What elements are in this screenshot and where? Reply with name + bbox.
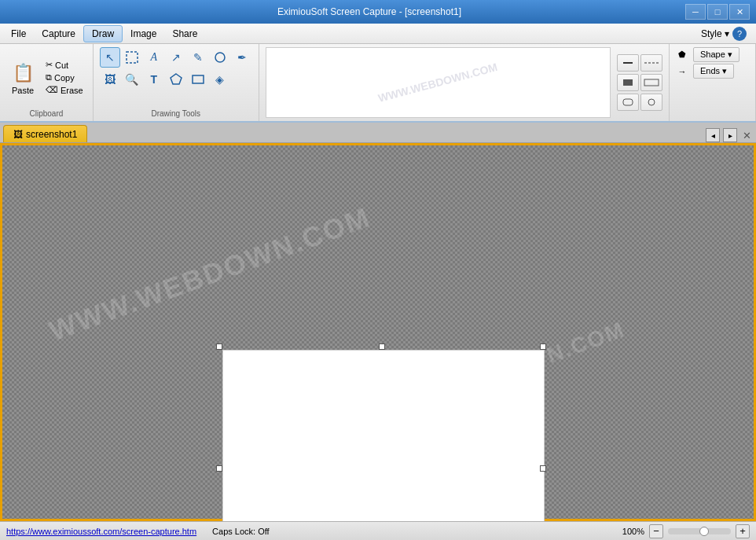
paste-button[interactable]: 📋 Paste — [6, 47, 39, 108]
zoom-percent: 100% — [622, 527, 644, 536]
watermark-1: WWW.WEBDOWN.COM — [45, 200, 375, 347]
circle-style-btn[interactable] — [640, 94, 662, 111]
canvas-selection-rect[interactable] — [222, 350, 545, 521]
shape-button[interactable]: Shape ▾ — [693, 47, 739, 62]
tab-controls: ◂ ▸ ✕ — [706, 128, 753, 142]
shape-row: ⬟ Shape ▾ — [674, 47, 750, 62]
menu-share[interactable]: Share — [164, 26, 205, 42]
tools-row-1: ↖ A ↗ ✎ ✒ — [100, 47, 252, 68]
right-panel: ⬟ Shape ▾ → Ends ▾ — [670, 44, 756, 121]
svg-rect-6 — [623, 79, 633, 86]
svg-point-9 — [648, 99, 655, 105]
rect-tool[interactable] — [188, 69, 208, 90]
handle-tl[interactable] — [216, 343, 222, 350]
zoom-in-button[interactable]: + — [736, 524, 750, 538]
cut-button[interactable]: ✂ Cut — [42, 59, 86, 71]
menu-draw[interactable]: Draw — [83, 25, 123, 42]
tab-close-button[interactable]: ✕ — [740, 129, 753, 141]
caps-lock-status: Caps Lock: Off — [212, 527, 270, 536]
line-style-btn2[interactable] — [640, 54, 662, 72]
menu-bar: File Capture Draw Image Share Style ▾ ? — [0, 24, 756, 44]
right-panel-label — [674, 108, 750, 118]
canvas-area[interactable]: WWW.WEBDOWN.COM WWW.WEBDOWN.COM — [0, 143, 756, 521]
copy-button[interactable]: ⧉ Copy — [42, 72, 86, 83]
fill-style-btn1[interactable] — [617, 74, 639, 91]
drawing-tools-group: ↖ A ↗ ✎ ✒ 🖼 🔍 T — [94, 44, 259, 121]
menu-capture[interactable]: Capture — [34, 26, 83, 42]
tab-screenshot1[interactable]: 🖼 screenshot1 — [3, 125, 87, 142]
tab-prev-button[interactable]: ◂ — [706, 128, 720, 142]
polygon-tool[interactable] — [166, 69, 186, 90]
clipboard-label: Clipboard — [6, 108, 86, 118]
close-button[interactable]: ✕ — [729, 4, 750, 20]
erase-icon: ⌫ — [46, 85, 58, 95]
svg-point-1 — [215, 53, 225, 62]
ribbon: 📋 Paste ✂ Cut ⧉ Copy ⌫ Erase Clipboard — [0, 44, 756, 123]
handle-tc[interactable] — [379, 343, 385, 350]
zoom-tool[interactable]: 🔍 — [122, 69, 142, 90]
svg-rect-8 — [623, 99, 633, 105]
shape-icon: ⬟ — [674, 50, 690, 60]
fill-style-btn2[interactable] — [640, 74, 662, 91]
style-dropdown[interactable]: Style ▾ — [701, 28, 729, 39]
svg-rect-0 — [127, 52, 138, 63]
tab-label: screenshot1 — [26, 129, 77, 140]
erase-button[interactable]: ⌫ Erase — [42, 84, 86, 96]
status-link[interactable]: https://www.eximioussoft.com/screen-capt… — [6, 527, 196, 536]
tab-bar: 🖼 screenshot1 ◂ ▸ ✕ — [0, 123, 756, 143]
drawing-tools-label: Drawing Tools — [100, 108, 252, 118]
ends-button[interactable]: Ends ▾ — [693, 64, 734, 79]
zoom-thumb — [699, 527, 709, 536]
clipboard-group: 📋 Paste ✂ Cut ⧉ Copy ⌫ Erase Clipboard — [0, 44, 94, 121]
title-bar: EximiouSoft Screen Capture - [screenshot… — [0, 0, 756, 24]
style-group: WWW.WEBDOWN.COM — [259, 44, 670, 121]
status-zoom: 100% − + — [622, 524, 750, 538]
style-side-buttons — [617, 47, 662, 118]
zoom-out-button[interactable]: − — [649, 524, 663, 538]
style-preview: WWW.WEBDOWN.COM — [266, 47, 611, 118]
style-row1 — [617, 54, 662, 72]
style-row3 — [617, 94, 662, 111]
clipboard-main: 📋 Paste ✂ Cut ⧉ Copy ⌫ Erase — [6, 47, 86, 108]
text-a-tool[interactable]: A — [144, 47, 164, 68]
dotted-rect-tool[interactable] — [122, 47, 142, 68]
svg-marker-2 — [171, 74, 182, 84]
text-tool[interactable]: T — [144, 69, 164, 90]
stamp-tool[interactable]: ◈ — [210, 69, 230, 90]
style-row2 — [617, 74, 662, 91]
preview-watermark: WWW.WEBDOWN.COM — [377, 61, 499, 105]
marker-tool[interactable]: ✒ — [232, 47, 252, 68]
status-bar: https://www.eximioussoft.com/screen-capt… — [0, 521, 756, 540]
clipboard-small: ✂ Cut ⧉ Copy ⌫ Erase — [42, 47, 86, 108]
app-title: EximiouSoft Screen Capture - [screenshot… — [53, 6, 685, 17]
tools-row-2: 🖼 🔍 T ◈ — [100, 69, 252, 90]
ends-icon: → — [674, 67, 690, 76]
circle-tool[interactable] — [210, 47, 230, 68]
menu-file[interactable]: File — [3, 26, 34, 42]
svg-rect-7 — [644, 79, 659, 86]
handle-mr[interactable] — [540, 465, 546, 472]
image-tool[interactable]: 🖼 — [100, 69, 120, 90]
line-style-btn1[interactable] — [617, 54, 639, 72]
scissors-icon: ✂ — [46, 60, 53, 70]
select-tool[interactable]: ↖ — [100, 47, 120, 68]
canvas-outer: WWW.WEBDOWN.COM WWW.WEBDOWN.COM — [0, 143, 756, 521]
tab-icon: 🖼 — [13, 129, 23, 140]
ends-row: → Ends ▾ — [674, 64, 750, 79]
window-controls: ─ □ ✕ — [685, 4, 750, 20]
maximize-button[interactable]: □ — [707, 4, 728, 20]
help-icon[interactable]: ? — [732, 27, 747, 41]
arrow-tool[interactable]: ↗ — [166, 47, 186, 68]
copy-icon: ⧉ — [46, 72, 52, 83]
handle-ml[interactable] — [216, 465, 222, 472]
round-style-btn[interactable] — [617, 94, 639, 111]
svg-rect-3 — [193, 75, 204, 83]
pen-tool[interactable]: ✎ — [188, 47, 208, 68]
tab-next-button[interactable]: ▸ — [723, 128, 737, 142]
menu-style: Style ▾ ? — [701, 27, 753, 41]
menu-image[interactable]: Image — [123, 26, 164, 42]
handle-tr[interactable] — [540, 343, 546, 350]
minimize-button[interactable]: ─ — [685, 4, 706, 20]
zoom-slider[interactable] — [668, 528, 731, 534]
paste-icon: 📋 — [10, 61, 35, 86]
